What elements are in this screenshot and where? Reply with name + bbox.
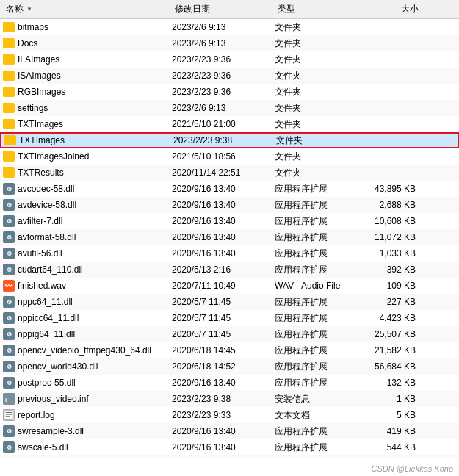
file-date-cell: 2023/2/23 9:33 [169, 410, 272, 420]
table-row[interactable]: TXTImagesJoined2021/5/10 18:56文件夹 [0, 148, 459, 165]
table-row[interactable]: ⚙opencv_world430.dll2020/6/18 14:52应用程序扩… [0, 358, 459, 375]
filename-label: opencv_videoio_ffmpeg430_64.dll [18, 345, 151, 356]
table-row[interactable]: EXEVideoSubFinderWXW.exe2021/5/10 22:54应… [0, 455, 459, 458]
file-size-cell: 56,684 KB [360, 361, 419, 372]
table-row[interactable]: TXTImages2023/2/23 9:38文件夹 [0, 132, 459, 148]
filename-label: TXTResults [18, 167, 64, 178]
dll-icon: ⚙ [3, 215, 15, 227]
file-type-cell: 文件夹 [272, 86, 360, 98]
file-size-cell: 4,423 KB [360, 313, 419, 323]
filename-label: report.log [18, 410, 55, 420]
file-size-cell: 227 KB [360, 297, 419, 307]
table-row[interactable]: ⚙swresample-3.dll2020/9/16 13:40应用程序扩展41… [0, 423, 459, 439]
file-date-cell: 2021/5/10 18:56 [169, 151, 272, 162]
file-date-cell: 2020/9/16 13:40 [169, 200, 272, 210]
file-type-cell: 文件夹 [272, 151, 360, 163]
file-type-cell: 应用程序扩展 [272, 183, 360, 195]
filename-label: previous_video.inf [18, 394, 89, 404]
file-type-cell: 应用程序 [272, 458, 360, 459]
file-name-cell: RGBImages [0, 87, 169, 97]
file-name-cell: ⚙swresample-3.dll [0, 425, 169, 437]
file-date-cell: 2023/2/23 9:36 [169, 87, 272, 97]
file-type-cell: 应用程序扩展 [272, 215, 360, 228]
header-name[interactable]: 名称 ▼ [3, 3, 172, 15]
table-row[interactable]: iprevious_video.inf2023/2/23 9:38安装信息1 K… [0, 391, 459, 407]
file-date-cell: 2020/9/16 13:40 [169, 232, 272, 242]
folder-icon [3, 119, 15, 129]
table-row[interactable]: ⚙avfilter-7.dll2020/9/16 13:40应用程序扩展10,6… [0, 213, 459, 229]
dll-icon: ⚙ [3, 296, 15, 308]
filename-label: finished.wav [18, 281, 66, 291]
log-icon [3, 409, 15, 421]
file-date-cell: 2020/11/14 22:51 [169, 167, 272, 178]
table-row[interactable]: ⚙avformat-58.dll2020/9/16 13:40应用程序扩展11,… [0, 229, 459, 245]
header-size[interactable]: 大小 [363, 3, 422, 15]
header-name-label: 名称 [6, 3, 24, 15]
filename-label: nppicc64_11.dll [18, 313, 79, 323]
file-date-cell: 2020/6/18 14:52 [169, 361, 272, 372]
dll-icon: ⚙ [3, 377, 15, 389]
filename-label: swscale-5.dll [18, 442, 68, 452]
folder-icon [3, 22, 15, 32]
file-name-cell: finished.wav [0, 280, 169, 292]
table-row[interactable]: bitmaps2023/2/6 9:13文件夹 [0, 19, 459, 35]
dll-icon: ⚙ [3, 248, 15, 259]
table-row[interactable]: TXTResults2020/11/14 22:51文件夹 [0, 165, 459, 181]
table-row[interactable]: TXTImages2021/5/10 21:00文件夹 [0, 116, 459, 132]
file-date-cell: 2020/9/16 13:40 [169, 184, 272, 194]
file-name-cell: ⚙swscale-5.dll [0, 441, 169, 453]
table-row[interactable]: ⚙avdevice-58.dll2020/9/16 13:40应用程序扩展2,6… [0, 197, 459, 213]
file-date-cell: 2020/9/16 13:40 [169, 216, 272, 226]
file-explorer: 名称 ▼ 修改日期 类型 大小 bitmaps2023/2/6 9:13文件夹D… [0, 0, 459, 476]
dll-icon: ⚙ [3, 328, 15, 340]
table-row[interactable]: ⚙swscale-5.dll2020/9/16 13:40应用程序扩展544 K… [0, 439, 459, 455]
filename-label: Docs [18, 38, 37, 48]
table-row[interactable]: ⚙cudart64_110.dll2020/5/13 2:16应用程序扩展392… [0, 262, 459, 278]
file-type-cell: 文件夹 [272, 118, 360, 131]
dll-icon: ⚙ [3, 199, 15, 211]
header-type[interactable]: 类型 [275, 3, 363, 15]
table-row[interactable]: ⚙opencv_videoio_ffmpeg430_64.dll2020/6/1… [0, 342, 459, 358]
filename-label: avdevice-58.dll [18, 200, 76, 210]
dll-icon: ⚙ [3, 231, 15, 243]
table-row[interactable]: report.log2023/2/23 9:33文本文档5 KB [0, 407, 459, 423]
file-size-cell: 544 KB [360, 442, 419, 452]
file-name-cell: ⚙avutil-56.dll [0, 248, 169, 259]
table-row[interactable]: settings2023/2/6 9:13文件夹 [0, 100, 459, 116]
file-size-cell: 43,895 KB [360, 184, 419, 194]
file-name-cell: settings [0, 103, 169, 113]
file-date-cell: 2021/5/10 21:00 [169, 119, 272, 129]
file-date-cell: 2020/5/13 2:16 [169, 264, 272, 275]
file-type-cell: 应用程序扩展 [272, 361, 360, 373]
filename-label: nppig64_11.dll [18, 329, 75, 339]
file-name-cell: ⚙nppicc64_11.dll [0, 312, 169, 324]
file-name-cell: ⚙avcodec-58.dll [0, 183, 169, 195]
file-type-cell: 应用程序扩展 [272, 264, 360, 276]
filename-label: ILAImages [18, 54, 59, 65]
table-row[interactable]: finished.wav2020/7/11 10:49WAV - Audio F… [0, 278, 459, 294]
table-row[interactable]: ⚙avcodec-58.dll2020/9/16 13:40应用程序扩展43,8… [0, 181, 459, 197]
file-size-cell: 419 KB [360, 426, 419, 436]
file-date-cell: 2020/5/7 11:45 [169, 297, 272, 307]
svg-rect-7 [3, 458, 15, 458]
table-row[interactable]: ILAImages2023/2/23 9:36文件夹 [0, 51, 459, 68]
filename-label: swresample-3.dll [18, 426, 84, 436]
file-size-cell: 25,507 KB [360, 329, 419, 339]
folder-icon [3, 38, 15, 48]
table-row[interactable]: ⚙nppig64_11.dll2020/5/7 11:45应用程序扩展25,50… [0, 326, 459, 342]
filename-label: TXTImagesJoined [18, 151, 89, 162]
table-row[interactable]: ⚙nppicc64_11.dll2020/5/7 11:45应用程序扩展4,42… [0, 310, 459, 326]
header-date[interactable]: 修改日期 [172, 3, 275, 15]
file-size-cell: 392 KB [360, 264, 419, 275]
table-row[interactable]: ⚙nppc64_11.dll2020/5/7 11:45应用程序扩展227 KB [0, 294, 459, 310]
file-name-cell: ⚙nppc64_11.dll [0, 296, 169, 308]
file-type-cell: 文件夹 [272, 37, 360, 50]
watermark: CSDN @Liekkas Kono [372, 464, 453, 473]
table-row[interactable]: Docs2023/2/6 9:13文件夹 [0, 35, 459, 51]
table-row[interactable]: ⚙avutil-56.dll2020/9/16 13:40应用程序扩展1,033… [0, 245, 459, 262]
file-date-cell: 2023/2/23 9:36 [169, 71, 272, 81]
file-size-cell: 1 KB [360, 394, 419, 404]
table-row[interactable]: RGBImages2023/2/23 9:36文件夹 [0, 84, 459, 100]
table-row[interactable]: ⚙postproc-55.dll2020/9/16 13:40应用程序扩展132… [0, 375, 459, 391]
table-row[interactable]: ISAImages2023/2/23 9:36文件夹 [0, 68, 459, 84]
